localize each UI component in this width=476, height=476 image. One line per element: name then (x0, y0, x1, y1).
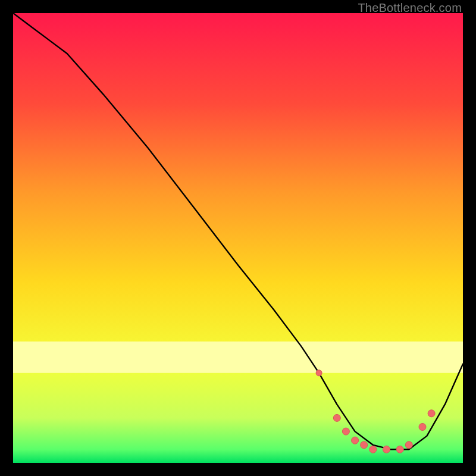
curve-marker (369, 446, 377, 453)
curve-marker (333, 414, 340, 421)
curve-marker (428, 410, 435, 417)
watermark-text: TheBottleneck.com (358, 1, 462, 15)
gradient-background (13, 13, 463, 463)
curve-marker (396, 446, 403, 453)
bottleneck-curve-chart (13, 13, 463, 463)
curve-marker (342, 428, 349, 435)
curve-marker (352, 437, 359, 444)
highlight-band (13, 342, 463, 373)
curve-marker (316, 370, 322, 376)
curve-marker (419, 424, 426, 431)
curve-marker (383, 446, 390, 453)
curve-marker (361, 441, 368, 449)
chart-frame (13, 13, 463, 463)
curve-marker (405, 441, 412, 449)
